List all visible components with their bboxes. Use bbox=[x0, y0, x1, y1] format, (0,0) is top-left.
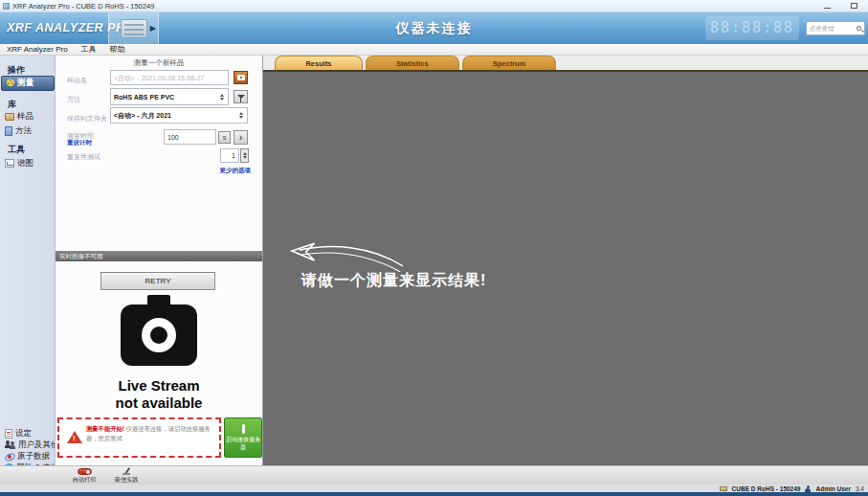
menu-bar: XRF Analyzer Pro 工具 帮助 bbox=[0, 44, 868, 56]
users-icon bbox=[5, 440, 15, 449]
sidebar-item-samples[interactable]: 样品 bbox=[1, 110, 55, 123]
camera-icon bbox=[119, 295, 199, 375]
results-content-area: 请做一个测量来显示结果! bbox=[263, 70, 868, 465]
auto-print-toggle-icon[interactable] bbox=[78, 468, 92, 475]
sidebar: 操作 ☢ 测量 库 样品 方法 工具 谱图 设定 用户及其他 原子数据 ? 帮助… bbox=[0, 56, 56, 465]
measure-time-input[interactable] bbox=[164, 129, 216, 145]
taskbar-strip bbox=[0, 492, 868, 496]
warning-title: 测量不能开始! bbox=[86, 425, 124, 432]
menu-app[interactable]: XRF Analyzer Pro bbox=[0, 44, 75, 55]
sidebar-item-spectrum[interactable]: 谱图 bbox=[1, 157, 55, 169]
best-practice-icon bbox=[122, 467, 131, 475]
warning-box: 测量不能开始! 仪器没有连接，请启动连接服务器，然后重试 bbox=[57, 417, 221, 458]
user-icon bbox=[805, 485, 811, 492]
start-arrow-icon: › bbox=[239, 132, 243, 142]
best-practice-button[interactable]: 最佳实践 bbox=[105, 467, 147, 485]
settings-page-icon bbox=[5, 429, 12, 439]
spectrum-chart-icon bbox=[5, 159, 14, 168]
header-banner: XRF ANALYZER PRO ▶ 仪器未连接 88:88:88 bbox=[0, 12, 868, 44]
status-bar: CUBE D RoHS - 150249 Admin User 3.4 bbox=[0, 485, 868, 492]
radiation-icon: ☢ bbox=[6, 79, 14, 88]
tab-results[interactable]: Results bbox=[275, 56, 363, 70]
power-icon bbox=[242, 424, 245, 434]
status-user: Admin User bbox=[815, 485, 850, 492]
minimize-icon bbox=[824, 8, 831, 9]
bottom-toolbar: 自动打印 最佳实践 bbox=[0, 465, 868, 485]
sidebar-item-methods[interactable]: 方法 bbox=[1, 124, 55, 137]
method-document-icon bbox=[5, 126, 12, 136]
minimize-button[interactable] bbox=[820, 1, 834, 11]
sample-box-icon bbox=[5, 113, 14, 121]
camera-small-icon bbox=[237, 75, 245, 80]
measurement-clock-display: 88:88:88 bbox=[705, 16, 799, 40]
results-tab-bar: Results Statistics Spectrum bbox=[263, 56, 868, 70]
atom-icon bbox=[5, 452, 14, 462]
reset-timer-link[interactable]: 重设计时 bbox=[67, 139, 92, 147]
save-folder-spinner-icon[interactable] bbox=[237, 112, 244, 119]
empty-results-message: 请做一个测量来显示结果! bbox=[301, 271, 486, 291]
tab-spectrum[interactable]: Spectrum bbox=[462, 56, 556, 70]
retry-button[interactable]: RETRY bbox=[100, 272, 215, 290]
sample-name-label: 样品名 bbox=[67, 76, 87, 85]
save-folder-label: 保存到文件夹 bbox=[67, 114, 107, 124]
repeat-test-stepper[interactable] bbox=[240, 148, 249, 163]
sketch-arrow-icon bbox=[284, 237, 407, 276]
status-version: 3.4 bbox=[856, 485, 864, 492]
play-arrow-icon[interactable]: ▶ bbox=[150, 24, 156, 33]
camera-capture-button[interactable] bbox=[234, 71, 248, 84]
method-spinner-icon[interactable] bbox=[218, 94, 225, 101]
search-icon[interactable] bbox=[857, 26, 861, 31]
repeat-test-input[interactable] bbox=[220, 148, 239, 163]
results-panel: Results Statistics Spectrum 请做一个测量来显示结果! bbox=[263, 56, 868, 465]
sidebar-item-measure[interactable]: ☢ 测量 bbox=[1, 76, 55, 91]
live-stream-message: Live Stream not available bbox=[56, 377, 262, 412]
time-unit-button[interactable]: s bbox=[218, 131, 231, 144]
instrument-selector[interactable]: ▶ bbox=[108, 12, 159, 44]
search-box[interactable] bbox=[806, 21, 865, 35]
fewer-options-link[interactable]: 更少的选项 bbox=[220, 167, 252, 175]
stepper-arrows-icon[interactable] bbox=[241, 152, 248, 159]
live-stream-header: 实时图像不可用 bbox=[56, 251, 262, 261]
search-input[interactable] bbox=[807, 25, 857, 32]
sidebar-section-tools: 工具 bbox=[8, 144, 25, 156]
filter-icon bbox=[237, 95, 245, 99]
menu-tools[interactable]: 工具 bbox=[75, 44, 103, 55]
measurement-form-panel: 测量一个新样品 样品名 方法 RoHS ABS PE PVC 保存到文件夹 <自… bbox=[56, 56, 263, 465]
save-folder-select[interactable]: <自动> - 六月 2021 bbox=[110, 107, 248, 124]
form-title: 测量一个新样品 bbox=[56, 58, 262, 68]
status-device: CUBE D RoHS - 150249 bbox=[732, 485, 801, 492]
app-icon bbox=[3, 3, 10, 10]
filter-elements-button[interactable] bbox=[234, 90, 248, 103]
instrument-image-icon bbox=[121, 19, 147, 38]
start-connection-server-button[interactable]: 启动连接服务器 bbox=[224, 417, 262, 458]
sample-name-input[interactable] bbox=[110, 70, 229, 85]
tab-statistics[interactable]: Statistics bbox=[366, 56, 459, 70]
maximize-icon bbox=[851, 3, 857, 9]
repeat-test-label: 重复性测试 bbox=[67, 152, 100, 162]
warning-icon bbox=[67, 431, 82, 443]
warning-text: 测量不能开始! 仪器没有连接，请启动连接服务器，然后重试 bbox=[86, 424, 216, 443]
title-bar: XRF Analyzer Pro - CUBE D RoHS - 150249 bbox=[0, 0, 868, 12]
window-title: XRF Analyzer Pro - CUBE D RoHS - 150249 bbox=[12, 2, 154, 11]
maximize-button[interactable] bbox=[847, 1, 860, 11]
start-measurement-button[interactable]: › bbox=[234, 130, 248, 145]
method-label: 方法 bbox=[67, 95, 80, 104]
device-icon bbox=[720, 486, 727, 491]
auto-print-button[interactable]: 自动打印 bbox=[63, 467, 105, 485]
menu-help[interactable]: 帮助 bbox=[103, 44, 132, 55]
method-select[interactable]: RoHS ABS PE PVC bbox=[110, 88, 229, 105]
